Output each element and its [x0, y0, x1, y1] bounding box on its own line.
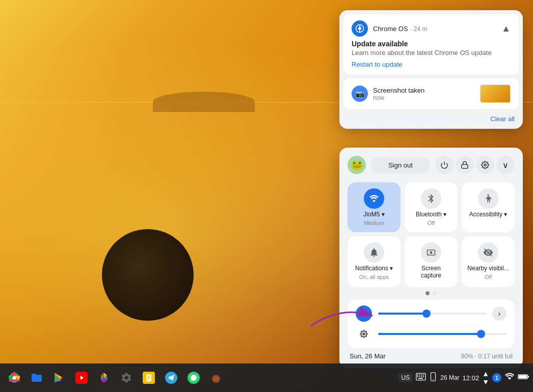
- wifi-icon: [364, 188, 384, 209]
- qs-pagination: [348, 291, 515, 295]
- qs-top-row: 🐸 Sign out ∨: [348, 156, 515, 174]
- sign-out-button[interactable]: Sign out: [371, 157, 430, 173]
- screen-capture-label: Screencapture: [421, 265, 441, 279]
- clear-all-button[interactable]: Clear all: [490, 115, 515, 123]
- bluetooth-toggle[interactable]: Bluetooth ▾ Off: [405, 182, 458, 232]
- network-arrows-icon: ▲▼: [482, 370, 489, 386]
- taskbar-app-chrome[interactable]: [4, 368, 24, 388]
- nearby-visibility-label: Nearby visibil...: [467, 265, 509, 272]
- phone-icon[interactable]: [429, 372, 437, 383]
- taskbar-app-settings[interactable]: [116, 368, 137, 388]
- notification-chrome-os: Chrome OS · 24 m ▲ Update available Lear…: [343, 14, 519, 74]
- volume-expand-arrow[interactable]: ›: [492, 306, 507, 321]
- volume-icon[interactable]: [356, 305, 372, 322]
- taskbar-right-section: US 26 Mar 12:02 ▲▼: [398, 370, 529, 386]
- svg-rect-28: [419, 376, 420, 377]
- brightness-fill: [378, 333, 481, 335]
- volume-thumb[interactable]: [422, 310, 431, 318]
- taskbar-app-telegram[interactable]: [161, 368, 181, 388]
- nearby-visibility-icon: [478, 242, 498, 263]
- notif-header: Chrome OS · 24 m ▲: [352, 20, 511, 37]
- volume-fill: [378, 313, 427, 315]
- wifi-sublabel: Medium: [364, 220, 384, 226]
- taskbar-app-youtube[interactable]: [71, 368, 92, 388]
- svg-point-5: [487, 194, 489, 196]
- restart-to-update-link[interactable]: Restart to update: [352, 61, 511, 68]
- wifi-label: JioM5 ▾: [363, 211, 384, 218]
- expand-button[interactable]: ∨: [496, 156, 515, 174]
- brightness-icon[interactable]: [356, 326, 372, 342]
- island-silhouette: [153, 92, 255, 112]
- notifications-label: Notifications ▾: [355, 265, 393, 272]
- taskbar-app-playstore[interactable]: [49, 368, 69, 388]
- notification-count-badge[interactable]: 1: [492, 373, 501, 382]
- pagination-dot-1[interactable]: [425, 291, 430, 295]
- volume-track[interactable]: [378, 313, 486, 315]
- svg-point-1: [358, 27, 361, 30]
- screen-capture-icon: [421, 242, 441, 263]
- svg-rect-31: [418, 378, 423, 379]
- taskbar-app-whatsapp[interactable]: [183, 368, 204, 388]
- qs-sliders: ›: [348, 299, 515, 348]
- keyboard-layout-indicator[interactable]: US: [398, 373, 413, 382]
- taskbar-app-photos[interactable]: [94, 368, 114, 388]
- svg-rect-24: [419, 375, 420, 376]
- svg-rect-23: [417, 375, 419, 376]
- svg-point-33: [433, 379, 434, 380]
- nearby-visibility-sublabel: Off: [485, 274, 492, 280]
- notifications-toggle[interactable]: Notifications ▾ On, all apps: [348, 236, 401, 287]
- notification-screenshot: 📷 Screenshot taken now: [343, 78, 519, 109]
- taskbar-time: 12:02: [463, 374, 479, 382]
- wifi-toggle[interactable]: JioM5 ▾ Medium: [348, 182, 401, 232]
- bluetooth-icon: [421, 188, 441, 209]
- brightness-slider-row: [356, 326, 507, 342]
- brightness-track[interactable]: [378, 333, 507, 335]
- screenshot-notif-time: now: [373, 94, 424, 101]
- svg-rect-17: [147, 379, 149, 380]
- chrome-os-notif-icon: [352, 20, 368, 37]
- brightness-thumb[interactable]: [477, 330, 485, 338]
- coconut-silhouette: [102, 229, 194, 321]
- notif-body-text: Learn more about the latest Chrome OS up…: [352, 49, 511, 57]
- notif-app-name: Chrome OS: [373, 25, 408, 33]
- user-avatar[interactable]: 🐸: [348, 156, 366, 174]
- svg-rect-16: [147, 377, 150, 378]
- keyboard-icon[interactable]: [416, 373, 426, 383]
- power-button[interactable]: [435, 156, 454, 174]
- svg-rect-15: [147, 376, 150, 377]
- screen-capture-toggle[interactable]: Screencapture: [405, 236, 458, 287]
- settings-button[interactable]: [476, 156, 494, 174]
- qs-date: Sun, 26 Mar: [350, 352, 386, 360]
- wifi-status-icon[interactable]: [504, 373, 515, 383]
- taskbar-date: 26 Mar: [440, 374, 459, 381]
- nearby-visibility-toggle[interactable]: Nearby visibil... Off: [462, 236, 515, 287]
- taskbar-app-keep[interactable]: [139, 368, 159, 388]
- qs-battery: 90% · 0:17 until full: [461, 353, 513, 360]
- notifications-panel: Chrome OS · 24 m ▲ Update available Lear…: [339, 10, 523, 129]
- notif-time: · 24 m: [410, 25, 427, 33]
- qs-toggle-grid: JioM5 ▾ Medium Bluetooth ▾ Off Accessibi…: [348, 182, 515, 287]
- screenshot-thumbnail[interactable]: [480, 85, 511, 103]
- notif-title-row: Chrome OS · 24 m: [352, 20, 427, 37]
- screenshot-notif-icon: 📷: [352, 86, 368, 102]
- bluetooth-label: Bluetooth ▾: [416, 211, 446, 218]
- svg-rect-3: [462, 164, 468, 168]
- svg-rect-27: [417, 376, 419, 377]
- lock-button[interactable]: [456, 156, 474, 174]
- notifications-sublabel: On, all apps: [359, 274, 389, 280]
- pagination-dot-2[interactable]: [433, 291, 437, 295]
- qs-top-icons: ∨: [435, 156, 515, 174]
- taskbar-app-files[interactable]: [26, 368, 47, 388]
- svg-rect-35: [527, 376, 529, 377]
- screenshot-notif-title: Screenshot taken: [373, 87, 424, 94]
- notif-expand-icon[interactable]: ▲: [501, 23, 511, 34]
- quick-settings-panel: 🐸 Sign out ∨: [339, 148, 523, 368]
- battery-icon[interactable]: [518, 373, 529, 382]
- svg-point-4: [484, 164, 486, 166]
- accessibility-label: Accessibility ▾: [469, 211, 508, 218]
- qs-bottom-row: Sun, 26 Mar 90% · 0:17 until full: [348, 352, 515, 360]
- svg-point-21: [213, 376, 219, 382]
- notifications-icon: [364, 242, 384, 263]
- accessibility-toggle[interactable]: Accessibility ▾: [462, 182, 515, 232]
- taskbar-app-coconut[interactable]: [206, 368, 226, 388]
